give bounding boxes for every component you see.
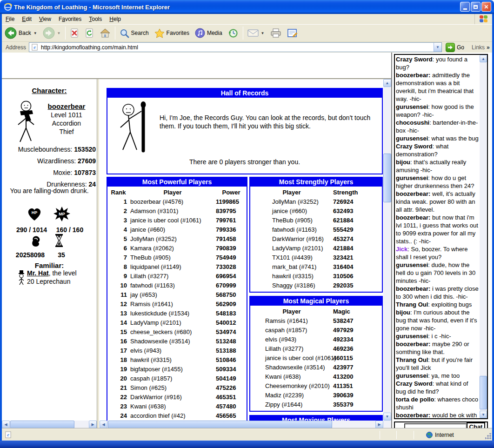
chat-sender: boozerbear:: [396, 214, 430, 221]
links-chevron-icon[interactable]: »: [487, 44, 490, 51]
refresh-button[interactable]: [82, 25, 97, 41]
title-bar[interactable]: The Kingdom of Loathing - Microsoft Inte…: [0, 0, 494, 14]
window-controls: ✕: [460, 2, 491, 12]
chat-sender: gurusensei: [396, 261, 428, 268]
most-moxious-table: Most Moxious Players: [249, 415, 383, 421]
value-cell: 754949: [216, 254, 247, 261]
player-cell: elvis (#943): [129, 347, 216, 354]
player-cell: hawkril (#3315): [129, 356, 216, 363]
hall-of-records-panel: Hall of Records Hi, I'm Joe, the Records…: [107, 88, 383, 174]
player-cell: Ramsis (#1641): [250, 317, 333, 324]
scroll-up-button[interactable]: ▲: [480, 55, 487, 62]
menu-file[interactable]: File: [2, 14, 18, 24]
scroll-down-button[interactable]: ▼: [383, 413, 391, 421]
toolbar: Back ▼ ▼: [2, 24, 492, 42]
rank-cell: 14: [107, 319, 129, 326]
chat-message: bijou: I'm curious about the bug that wa…: [396, 308, 479, 332]
value-cell: 1199865: [216, 198, 247, 205]
resize-grip[interactable]: [485, 433, 491, 439]
maximize-button[interactable]: [471, 2, 481, 12]
scroll-down-button[interactable]: ▼: [480, 411, 487, 418]
value-cell: 621884: [333, 217, 382, 224]
scroll-right-button[interactable]: ▶: [375, 421, 383, 428]
value-cell: 453274: [333, 235, 382, 242]
chat-message: Thrang Oul: exploiting bugs: [396, 301, 479, 308]
table-row: 21Simon (#625)475226: [107, 383, 247, 392]
table-row: Lillath (#3277)469236: [250, 344, 382, 353]
rank-cell: 2: [107, 207, 129, 214]
chat-send-button[interactable]: Chat: [467, 422, 485, 428]
scrollbar-corner: [383, 421, 391, 428]
media-button[interactable]: Media: [192, 25, 225, 41]
browser-window: The Kingdom of Loathing - Microsoft Inte…: [0, 0, 494, 448]
chat-sender: bijou: [396, 309, 410, 316]
table-row: LadyVamp (#2101)421884: [250, 243, 382, 253]
minimize-button[interactable]: [460, 2, 470, 12]
scroll-thumb[interactable]: [108, 421, 332, 428]
print-button[interactable]: [267, 25, 284, 41]
table-row: 17elvis (#943)513188: [107, 346, 247, 355]
chat-input-panel: Chat: [394, 421, 488, 428]
search-icon: [120, 28, 129, 38]
back-button[interactable]: Back ▼: [2, 25, 40, 41]
player-cell: TheBub (#905): [250, 217, 333, 224]
player-cell: Kwani (#638): [129, 403, 216, 410]
chat-sender: boozerbear:: [396, 341, 430, 348]
most-moxious-title: Most Moxious Players: [250, 416, 382, 421]
menu-favorites[interactable]: Favorites: [55, 14, 85, 24]
menu-view[interactable]: View: [35, 14, 55, 24]
menu-help[interactable]: Help: [106, 14, 125, 24]
value-cell: 799336: [216, 226, 247, 233]
scroll-thumb[interactable]: [10, 421, 74, 428]
value-cell: 460115: [333, 354, 382, 361]
stat-value: 107873: [74, 169, 96, 176]
menu-edit[interactable]: Edit: [18, 14, 35, 24]
value-cell: 465351: [216, 394, 247, 401]
edit-button[interactable]: [284, 25, 301, 41]
scroll-up-button[interactable]: ▲: [383, 79, 391, 87]
stop-button[interactable]: [67, 25, 82, 41]
windows-flag-icon: [480, 15, 488, 23]
back-label: Back: [19, 30, 31, 36]
main-vscrollbar[interactable]: ▲ ▼: [383, 79, 391, 421]
close-button[interactable]: ✕: [481, 2, 491, 12]
chat-message: boozerbear: would be ok with me.: [396, 411, 479, 419]
scroll-thumb[interactable]: [480, 376, 487, 409]
value-cell: 509334: [216, 366, 247, 373]
menu-tools[interactable]: Tools: [85, 14, 106, 24]
mail-button[interactable]: ▼: [245, 25, 267, 41]
table-row: 15cheese_teckers (#680)534974: [107, 327, 247, 336]
chat-message: Crazy Sword: you found a bug?: [396, 55, 479, 71]
rank-cell: 9: [107, 273, 129, 280]
records-guy-speech: Hi, I'm Joe, the Records Guy. You can lo…: [160, 114, 382, 130]
home-button[interactable]: [97, 25, 113, 41]
forward-dropdown-icon[interactable]: ▼: [57, 31, 61, 35]
player-cell: Shadowsexile (#3514): [250, 364, 333, 371]
main-hscrollbar[interactable]: ◀ ▶: [100, 421, 383, 428]
scroll-thumb[interactable]: [383, 154, 391, 202]
mail-dropdown-icon[interactable]: ▼: [261, 31, 265, 35]
mail-icon: [247, 29, 259, 37]
favorites-button[interactable]: Favorites: [152, 25, 192, 41]
address-input[interactable]: [40, 43, 434, 51]
links-toolbar[interactable]: Links »: [472, 44, 490, 51]
history-button[interactable]: [225, 25, 241, 41]
search-button[interactable]: Search: [117, 25, 152, 41]
table-row: 11jay (#653)568750: [107, 290, 247, 299]
chat-frame: Crazy Sword: you found a bug?boozerbear:…: [392, 53, 492, 428]
familiar-name-link[interactable]: Mr. Hat: [27, 269, 49, 277]
character-name-link[interactable]: boozerbear: [38, 102, 95, 111]
scroll-right-button[interactable]: ▶: [89, 421, 97, 428]
scroll-left-button[interactable]: ◀: [2, 421, 10, 428]
scroll-left-button[interactable]: ◀: [100, 421, 107, 428]
address-dropdown-button[interactable]: ▼: [434, 43, 441, 52]
charpane-hscrollbar[interactable]: ◀ ▶: [2, 421, 97, 428]
chat-vscrollbar[interactable]: ▲ ▼: [480, 55, 487, 418]
forward-button[interactable]: ▼: [40, 25, 64, 41]
security-zone: Internet: [426, 429, 454, 441]
value-cell: 423977: [333, 364, 382, 371]
value-cell: 568750: [216, 291, 247, 298]
back-dropdown-icon[interactable]: ▼: [33, 31, 37, 35]
chat-input[interactable]: [404, 423, 467, 428]
go-button[interactable]: Go: [446, 43, 464, 52]
